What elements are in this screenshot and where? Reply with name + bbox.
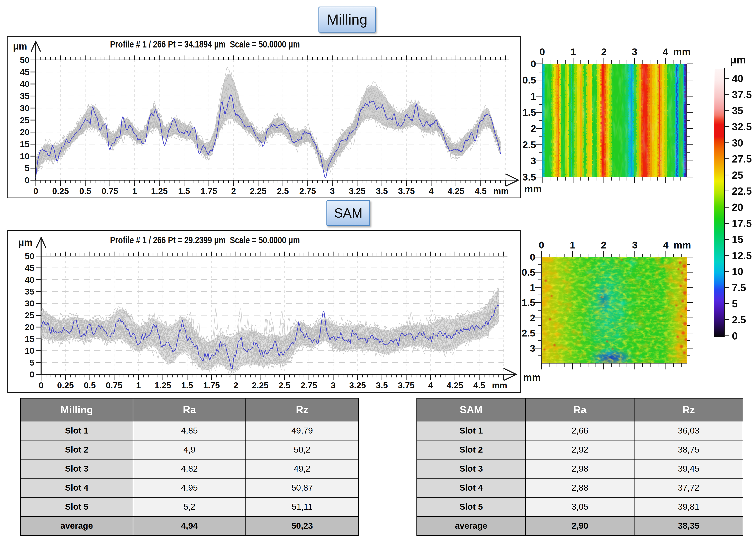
svg-text:1.25: 1.25: [154, 381, 171, 390]
svg-text:0.5: 0.5: [522, 75, 536, 86]
svg-text:17.5: 17.5: [732, 218, 752, 229]
svg-text:0.5: 0.5: [79, 186, 91, 196]
svg-text:4.5: 4.5: [473, 381, 485, 390]
svg-text:3.5: 3.5: [522, 172, 536, 182]
svg-text:3: 3: [632, 240, 638, 250]
svg-text:3: 3: [632, 46, 637, 57]
svg-text:15: 15: [25, 334, 34, 344]
svg-text:Profile # 1 / 266 Pt = 34.1894: Profile # 1 / 266 Pt = 34.1894 μm Scale …: [110, 39, 300, 50]
svg-text:0.75: 0.75: [106, 381, 123, 390]
svg-text:45: 45: [25, 263, 34, 273]
svg-text:30: 30: [20, 103, 29, 113]
svg-text:0: 0: [33, 186, 38, 196]
svg-text:0.25: 0.25: [57, 381, 74, 390]
svg-text:2: 2: [601, 46, 607, 57]
svg-text:2.25: 2.25: [250, 186, 267, 196]
svg-text:50: 50: [25, 251, 34, 261]
svg-text:10: 10: [25, 346, 34, 356]
svg-text:35: 35: [25, 287, 34, 297]
svg-text:0: 0: [39, 381, 43, 390]
svg-text:0: 0: [30, 370, 34, 379]
svg-text:3.25: 3.25: [349, 381, 366, 390]
svg-text:3.5: 3.5: [376, 186, 388, 196]
svg-text:2.5: 2.5: [732, 314, 746, 326]
svg-text:40: 40: [20, 79, 29, 89]
svg-text:4: 4: [428, 381, 433, 390]
svg-text:2.75: 2.75: [300, 381, 317, 390]
svg-text:3.75: 3.75: [398, 186, 415, 196]
svg-text:4.5: 4.5: [475, 186, 487, 196]
svg-text:1: 1: [136, 381, 141, 390]
svg-text:1.25: 1.25: [151, 186, 168, 196]
svg-text:3.75: 3.75: [398, 381, 415, 390]
svg-text:mm: mm: [524, 183, 542, 194]
svg-text:mm: mm: [523, 372, 541, 383]
svg-text:15: 15: [732, 234, 743, 245]
svg-text:40: 40: [732, 73, 743, 84]
svg-text:25: 25: [25, 311, 34, 320]
svg-text:1.75: 1.75: [200, 186, 217, 196]
svg-text:3: 3: [330, 186, 335, 196]
svg-text:0: 0: [732, 330, 738, 342]
svg-text:50: 50: [20, 55, 29, 65]
svg-text:1.5: 1.5: [522, 107, 536, 118]
svg-text:3: 3: [530, 343, 535, 354]
svg-text:35: 35: [20, 91, 29, 101]
svg-text:1: 1: [530, 282, 535, 293]
svg-text:1.5: 1.5: [181, 381, 193, 390]
svg-text:0.25: 0.25: [52, 186, 69, 196]
svg-text:5: 5: [732, 298, 738, 310]
svg-text:3: 3: [331, 381, 335, 390]
svg-text:Profile # 1 / 266 Pt = 29.2399: Profile # 1 / 266 Pt = 29.2399 μm Scale …: [110, 235, 300, 245]
svg-text:1: 1: [570, 46, 576, 57]
svg-text:7.5: 7.5: [732, 282, 746, 294]
svg-text:5: 5: [30, 358, 34, 368]
svg-text:1: 1: [132, 186, 137, 196]
svg-text:30: 30: [25, 299, 34, 308]
svg-text:3.25: 3.25: [349, 186, 366, 196]
svg-text:μm: μm: [730, 54, 746, 66]
svg-text:25: 25: [732, 169, 743, 181]
svg-text:40: 40: [25, 275, 34, 285]
svg-text:4.25: 4.25: [448, 186, 464, 196]
svg-text:0: 0: [530, 252, 535, 262]
svg-text:12.5: 12.5: [732, 250, 752, 261]
svg-text:2.5: 2.5: [522, 139, 536, 150]
svg-text:4: 4: [429, 186, 434, 196]
svg-text:0: 0: [540, 46, 545, 57]
svg-text:20: 20: [25, 323, 34, 332]
svg-text:27.5: 27.5: [732, 153, 752, 165]
svg-text:45: 45: [20, 67, 29, 77]
svg-text:35: 35: [732, 105, 743, 116]
svg-text:20: 20: [20, 127, 29, 137]
svg-text:10: 10: [20, 151, 29, 161]
svg-text:0: 0: [539, 240, 544, 250]
svg-text:μm: μm: [13, 41, 27, 52]
svg-text:1.5: 1.5: [178, 186, 190, 196]
svg-text:37.5: 37.5: [732, 89, 752, 100]
svg-text:2.5: 2.5: [522, 328, 535, 339]
svg-text:20: 20: [732, 201, 743, 213]
svg-text:2.75: 2.75: [299, 186, 316, 196]
svg-text:30: 30: [732, 137, 743, 149]
svg-text:4: 4: [663, 46, 668, 57]
svg-text:1: 1: [570, 240, 575, 250]
svg-text:2: 2: [531, 123, 536, 134]
svg-text:0.5: 0.5: [84, 381, 96, 390]
svg-text:15: 15: [20, 139, 29, 149]
svg-text:2: 2: [601, 240, 606, 250]
svg-text:2.5: 2.5: [277, 186, 289, 196]
svg-text:1.5: 1.5: [522, 297, 535, 308]
svg-text:4: 4: [663, 240, 669, 250]
svg-text:3.5: 3.5: [376, 381, 388, 390]
svg-text:0.75: 0.75: [101, 186, 118, 196]
svg-text:1.75: 1.75: [203, 381, 220, 390]
svg-text:25: 25: [20, 115, 29, 125]
svg-text:5: 5: [25, 163, 29, 173]
svg-text:4.25: 4.25: [447, 381, 463, 390]
svg-text:mm: mm: [674, 240, 691, 250]
svg-text:1: 1: [531, 91, 536, 102]
svg-text:2.5: 2.5: [279, 381, 290, 390]
svg-text:22.5: 22.5: [732, 185, 752, 197]
svg-text:32.5: 32.5: [732, 121, 752, 133]
